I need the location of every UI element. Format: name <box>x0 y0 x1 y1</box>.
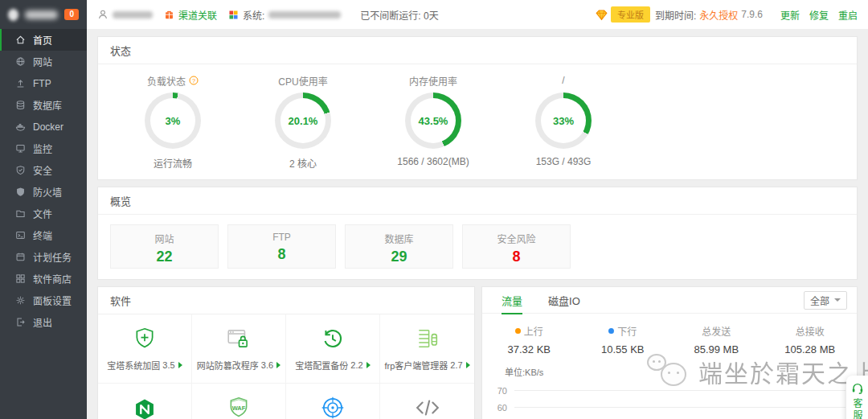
software-item[interactable]: 宝塔配置备份2.2 <box>286 314 380 384</box>
filter-value: 全部 <box>810 294 829 307</box>
software-item[interactable]: 宝塔一键部署源码1.1 <box>380 384 474 419</box>
traffic-stat: 下行10.55 KB <box>576 324 670 355</box>
promo-link[interactable]: 渠道关联 <box>164 8 217 22</box>
traffic-card: 流量磁盘IO 全部 上行37.32 KB下行10.55 KB总发送85.99 M… <box>481 286 858 419</box>
system-name-redacted <box>268 11 341 18</box>
sidebar-item-folder[interactable]: 文件 <box>0 203 87 224</box>
overview-stat-value: 22 <box>111 249 218 265</box>
sidebar-item-label: 网站 <box>33 55 52 68</box>
traffic-stat-value: 37.32 KB <box>482 343 576 355</box>
software-item-name: 网站防篡改程序3.6 <box>197 359 280 372</box>
overview-stat-box[interactable]: 安全风险8 <box>462 224 571 269</box>
sidebar-item-logout[interactable]: 退出 <box>0 311 87 333</box>
software-item[interactable]: 网站监控报表7.3 <box>286 384 380 419</box>
panel-logo[interactable]: 0 <box>0 0 87 29</box>
globe-icon <box>15 56 26 67</box>
software-name-text: 宝塔配置备份 <box>295 359 348 372</box>
expire-value[interactable]: 永久授权 <box>699 8 738 22</box>
ftp-upload-icon <box>15 78 26 88</box>
panel-action-1[interactable]: 修复 <box>809 10 829 22</box>
overview-stat-label: 网站 <box>111 232 218 245</box>
sidebar-item-label: FTP <box>33 78 51 89</box>
overview-stat-label: 数据库 <box>346 232 452 245</box>
traffic-stats: 上行37.32 KB下行10.55 KB总发送85.99 MB总接收105.28… <box>482 314 857 359</box>
plan-badge[interactable]: 专业版 <box>611 6 650 23</box>
uptime-text: 已不间断运行: 0天 <box>360 8 438 22</box>
gift-box-icon <box>164 10 174 20</box>
sidebar-item-terminal[interactable]: 终端 <box>0 224 87 246</box>
software-item-name: 宝塔系统加固3.5 <box>107 359 182 372</box>
message-count-badge[interactable]: 0 <box>64 9 79 20</box>
software-item-name: 宝塔配置备份2.2 <box>295 359 370 372</box>
overview-stat-box[interactable]: 数据库29 <box>345 224 453 269</box>
gauge-sub-text: 1566 / 3602(MB) <box>368 156 498 167</box>
help-icon: ? <box>189 76 199 85</box>
gauge-value: 33% <box>541 98 586 143</box>
sidebar-item-gear[interactable]: 面板设置 <box>0 290 87 311</box>
user-account[interactable] <box>97 9 153 20</box>
traffic-stat-label: 总接收 <box>764 324 858 338</box>
software-item[interactable]: frp客户端管理器2.7 <box>380 314 474 384</box>
panel-action-2[interactable]: 重启 <box>838 10 858 22</box>
promo-label[interactable]: 渠道关联 <box>178 8 217 22</box>
sidebar-item-home[interactable]: 首页 <box>0 29 87 51</box>
gauge-label-text: / <box>562 75 564 86</box>
overview-stat-box[interactable]: 网站22 <box>110 224 219 269</box>
overview-stat-label: FTP <box>228 232 335 243</box>
bottom-row: 软件 宝塔系统加固3.5网站防篡改程序3.6宝塔配置备份2.2frp客户端管理器… <box>97 286 858 419</box>
tab-traffic[interactable]: 流量 <box>489 287 535 314</box>
software-item[interactable]: WAFNginx防火墙9.0.8 <box>192 384 286 419</box>
panel-actions: 更新修复重启 <box>771 8 858 22</box>
tabs-holder: 流量磁盘IO <box>489 287 593 314</box>
software-name-text: 宝塔系统加固 <box>107 359 160 372</box>
main-area: 渠道关联 系统: 已不间断运行: 0天 专业版 到期时间: 永久授权 7.9.6… <box>87 0 868 419</box>
sidebar-item-label: 终端 <box>33 228 52 242</box>
sidebar-item-globe[interactable]: 网站 <box>0 51 87 72</box>
play-icon <box>178 362 182 368</box>
traffic-stat-value: 105.28 MB <box>764 343 858 355</box>
sidebar-item-calendar-task[interactable]: 计划任务 <box>0 246 87 268</box>
overview-title: 概览 <box>98 187 857 215</box>
overview-stat-value: 8 <box>228 246 335 263</box>
sidebar-item-docker[interactable]: Docker <box>0 116 87 138</box>
sidebar-item-label: 防火墙 <box>33 185 62 199</box>
overview-stats: 网站22FTP8数据库29安全风险8 <box>98 215 857 279</box>
overview-stat-value: 29 <box>346 249 452 265</box>
status-gauge: 负载状态?3%运行流畅 <box>108 74 238 170</box>
traffic-stat-label: 下行 <box>576 324 670 338</box>
status-card: 状态 负载状态?3%运行流畅CPU使用率20.1%2 核心内存使用率43.5%1… <box>97 36 858 180</box>
sidebar-item-monitor[interactable]: 监控 <box>0 138 87 159</box>
nginx-icon <box>133 397 157 419</box>
window-lock-icon <box>226 327 252 351</box>
sidebar: 0 首页网站FTP数据库Docker监控安全防火墙文件终端计划任务软件商店面板设… <box>0 0 87 419</box>
software-version: 3.5 <box>162 360 174 370</box>
software-version: 2.7 <box>450 360 462 370</box>
sidebar-item-database[interactable]: 数据库 <box>0 94 87 116</box>
legend-dot-icon <box>515 328 521 334</box>
sidebar-item-label: 退出 <box>33 315 52 329</box>
panel-action-0[interactable]: 更新 <box>780 10 800 22</box>
tab-disk-io[interactable]: 磁盘IO <box>535 287 593 314</box>
home-icon <box>15 35 26 45</box>
sidebar-item-shield-check[interactable]: 安全 <box>0 159 87 181</box>
content: 状态 负载状态?3%运行流畅CPU使用率20.1%2 核心内存使用率43.5%1… <box>87 29 868 419</box>
sidebar-item-label: 面板设置 <box>33 294 72 307</box>
sidebar-item-ftp-upload[interactable]: FTP <box>0 72 87 94</box>
software-item[interactable]: 宝塔系统加固3.5 <box>98 314 192 384</box>
folder-icon <box>15 208 26 219</box>
software-title: 软件 <box>98 287 474 314</box>
svg-text:?: ? <box>192 77 195 84</box>
status-gauge: CPU使用率20.1%2 核心 <box>238 74 368 170</box>
support-tab[interactable]: 客服 <box>846 376 868 419</box>
database-icon <box>15 100 26 110</box>
traffic-filter-select[interactable]: 全部 <box>804 291 847 310</box>
sidebar-item-firewall-shield[interactable]: 防火墙 <box>0 181 87 203</box>
chart-grid-row: 50 <box>495 416 845 419</box>
software-card: 软件 宝塔系统加固3.5网站防篡改程序3.6宝塔配置备份2.2frp客户端管理器… <box>97 286 475 419</box>
sidebar-item-appstore-grid[interactable]: 软件商店 <box>0 268 87 290</box>
overview-stat-box[interactable]: FTP8 <box>227 224 336 269</box>
software-item[interactable]: 网站防篡改程序3.6 <box>192 314 286 384</box>
software-item[interactable]: Nginx1.8.1 <box>98 384 192 419</box>
traffic-tabs: 流量磁盘IO 全部 <box>482 287 857 314</box>
gear-icon <box>15 295 26 306</box>
